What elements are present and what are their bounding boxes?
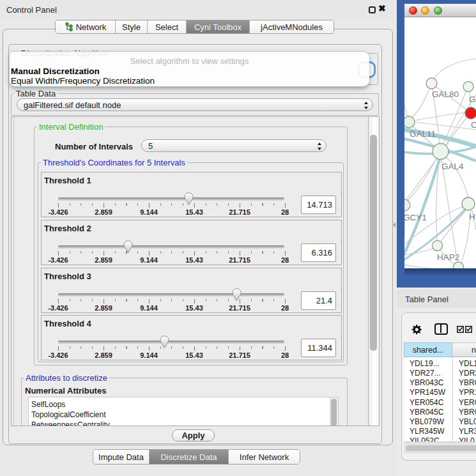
svg-text:GA: GA — [469, 95, 476, 104]
svg-text:GAL80: GAL80 — [432, 89, 459, 99]
svg-text:GAL4: GAL4 — [441, 162, 464, 171]
svg-text:H: H — [469, 212, 475, 222]
svg-text:HAP2: HAP2 — [437, 252, 459, 262]
svg-text:C: C — [471, 120, 476, 130]
svg-text:GCY1: GCY1 — [404, 213, 427, 222]
svg-text:GAL11: GAL11 — [410, 129, 436, 139]
